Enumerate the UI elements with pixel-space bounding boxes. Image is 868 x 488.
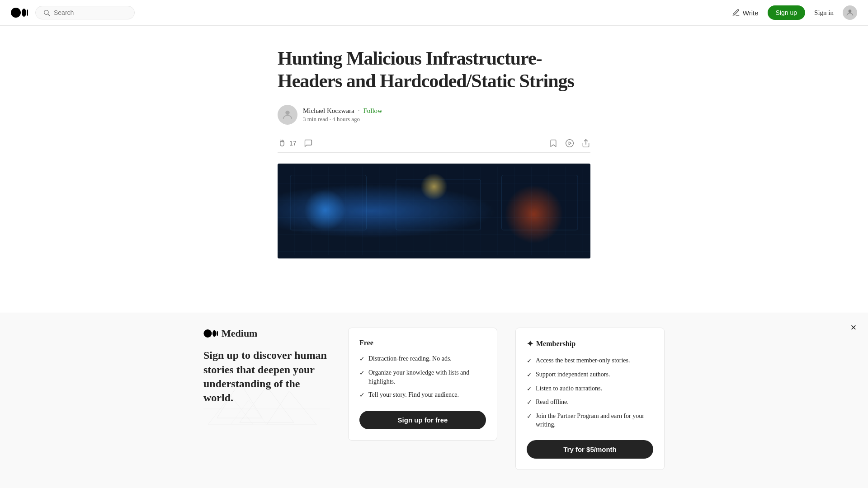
clap-icon bbox=[278, 139, 287, 148]
svg-rect-10 bbox=[278, 167, 590, 255]
author-meta: 3 min read · 4 hours ago bbox=[303, 116, 382, 123]
avatar[interactable] bbox=[843, 5, 857, 20]
listen-button[interactable] bbox=[565, 139, 574, 148]
grid-decoration bbox=[278, 164, 590, 258]
navbar-right: Write Sign up Sign in bbox=[732, 5, 857, 20]
dot-separator: · bbox=[358, 107, 360, 115]
share-button[interactable] bbox=[581, 139, 590, 148]
clap-count: 17 bbox=[289, 140, 297, 147]
avatar-icon bbox=[845, 8, 854, 17]
search-icon bbox=[43, 9, 50, 16]
author-row: Michael Koczwara · Follow 3 min read · 4… bbox=[278, 105, 590, 125]
article-main: Hunting Malicious Infrastructure-Headers… bbox=[267, 26, 601, 258]
svg-point-2 bbox=[27, 9, 28, 16]
share-icon bbox=[581, 139, 590, 148]
author-avatar-icon bbox=[281, 108, 294, 121]
follow-button[interactable]: Follow bbox=[363, 107, 382, 115]
svg-point-1 bbox=[22, 9, 26, 17]
author-avatar[interactable] bbox=[278, 105, 297, 125]
signup-button[interactable]: Sign up bbox=[768, 5, 805, 20]
comment-icon bbox=[304, 139, 313, 148]
save-icon bbox=[549, 139, 558, 148]
article-image-inner bbox=[278, 164, 590, 258]
save-button[interactable] bbox=[549, 139, 558, 148]
navbar-left bbox=[11, 6, 135, 19]
article-hero-image bbox=[278, 164, 590, 258]
svg-point-5 bbox=[849, 9, 852, 13]
signin-link[interactable]: Sign in bbox=[814, 9, 834, 17]
svg-point-7 bbox=[566, 140, 574, 147]
write-icon bbox=[732, 9, 740, 17]
write-button[interactable]: Write bbox=[732, 9, 759, 17]
svg-line-4 bbox=[48, 14, 50, 16]
action-bar-right bbox=[549, 139, 590, 148]
svg-marker-8 bbox=[569, 142, 571, 145]
medium-logo[interactable] bbox=[11, 8, 28, 18]
search-bar[interactable] bbox=[35, 6, 135, 19]
navbar: Write Sign up Sign in bbox=[0, 0, 868, 26]
comment-button[interactable] bbox=[304, 139, 313, 148]
published-time: 4 hours ago bbox=[332, 116, 360, 122]
clap-button[interactable]: 17 bbox=[278, 139, 297, 148]
action-bar-left: 17 bbox=[278, 139, 313, 148]
svg-point-0 bbox=[11, 8, 21, 18]
read-time: 3 min read bbox=[303, 116, 328, 122]
author-info: Michael Koczwara · Follow 3 min read · 4… bbox=[303, 107, 382, 123]
author-name-row: Michael Koczwara · Follow bbox=[303, 107, 382, 115]
article-title: Hunting Malicious Infrastructure-Headers… bbox=[278, 47, 590, 92]
medium-logo-icon bbox=[11, 8, 28, 18]
svg-point-6 bbox=[285, 111, 289, 115]
author-name[interactable]: Michael Koczwara bbox=[303, 107, 354, 115]
action-bar: 17 bbox=[278, 134, 590, 153]
search-input[interactable] bbox=[54, 9, 126, 16]
listen-icon bbox=[565, 139, 574, 148]
